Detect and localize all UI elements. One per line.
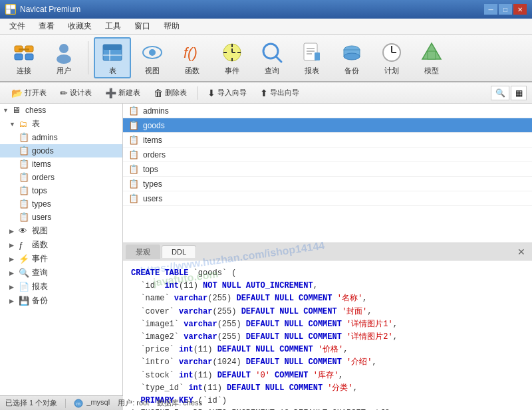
tb2-btn-delete[interactable]: 🗑删除表	[148, 85, 193, 101]
svg-rect-12	[103, 45, 122, 50]
table-list-icon: 📋	[128, 179, 139, 189]
table-icon: 📋	[19, 132, 29, 143]
table-list-item-items[interactable]: 📋items	[123, 133, 532, 148]
tb2-label-open: 打开表	[25, 88, 47, 98]
报表-icon: 📄	[19, 282, 29, 292]
arrow-icon: ▶	[9, 298, 19, 304]
table-icon: 📋	[19, 172, 29, 183]
sidebar-table-goods[interactable]: 📋goods	[0, 144, 122, 157]
toolbar-label-backup: 备份	[344, 66, 359, 76]
arrow-icon: ▶	[9, 256, 19, 262]
table-list-label: admins	[143, 106, 169, 116]
table-list-icon: 📋	[128, 135, 139, 145]
toolbar-label-table: 表	[109, 66, 116, 76]
tb2-btn-import[interactable]: ⬇导入向导	[201, 85, 253, 101]
toolbar-btn-connect[interactable]: 连接	[5, 37, 43, 78]
sidebar-table-tops[interactable]: 📋tops	[0, 184, 122, 197]
sidebar-查询[interactable]: ▶🔍查询	[0, 266, 122, 280]
filter-button[interactable]: ▦	[511, 86, 527, 100]
menu-item-帮助[interactable]: 帮助	[157, 19, 186, 33]
db-info: 数据库: chess	[157, 398, 202, 408]
user-icon	[52, 41, 76, 64]
menu-item-收藏夹[interactable]: 收藏夹	[61, 19, 98, 33]
sidebar-table-types[interactable]: 📋types	[0, 197, 122, 211]
sidebar-table-users[interactable]: 📋users	[0, 211, 122, 224]
table-list-item-users[interactable]: 📋users	[123, 191, 532, 206]
table-list-item-tops[interactable]: 📋tops	[123, 162, 532, 177]
sidebar-视图[interactable]: ▶👁视图	[0, 224, 122, 238]
import-icon: ⬇	[207, 88, 215, 98]
toolbar-label-report: 报表	[305, 66, 319, 76]
connection-label: chess	[25, 106, 46, 115]
report-icon	[300, 41, 324, 64]
menu-item-查看[interactable]: 查看	[32, 19, 61, 33]
toolbar-btn-user[interactable]: 用户	[45, 37, 82, 78]
svg-point-9	[59, 44, 68, 53]
tb2-btn-design[interactable]: ✏设计表	[54, 85, 98, 101]
sidebar-item-label: 视图	[32, 225, 48, 237]
ddl-tabs: 景观 DDL ✕	[123, 243, 532, 260]
toolbar-btn-event[interactable]: 事件	[213, 37, 251, 78]
svg-rect-31	[315, 52, 320, 60]
menu-item-窗口[interactable]: 窗口	[128, 19, 157, 33]
视图-icon: 👁	[19, 226, 29, 237]
open-icon: 📂	[11, 88, 23, 98]
app-title: Navicat Premium	[20, 5, 484, 14]
sidebar-事件[interactable]: ▶⚡事件	[0, 252, 122, 266]
sidebar-table-items[interactable]: 📋items	[0, 157, 122, 171]
tb2-btn-export[interactable]: ⬆导出向导	[254, 85, 305, 101]
toolbar-btn-view[interactable]: 视图	[134, 37, 171, 78]
sidebar-报表[interactable]: ▶📄报表	[0, 280, 122, 294]
toolbar-btn-query[interactable]: 查询	[253, 37, 291, 78]
toolbar-btn-backup[interactable]: 备份	[333, 37, 370, 78]
toolbar-btn-table[interactable]: 表	[94, 37, 131, 78]
design-icon: ✏	[60, 88, 68, 98]
menu-item-文件[interactable]: 文件	[3, 19, 32, 33]
sidebar-备份[interactable]: ▶💾备份	[0, 294, 122, 308]
toolbar-label-query: 查询	[265, 66, 279, 76]
new-icon: ➕	[105, 88, 116, 98]
minimize-button[interactable]: ─	[484, 4, 497, 15]
table-list-item-admins[interactable]: 📋admins	[123, 104, 532, 118]
window-controls: ─ □ ✕	[484, 4, 527, 15]
toolbar-label-view: 视图	[145, 66, 160, 76]
tab-ddl[interactable]: DDL	[162, 245, 196, 258]
menu-item-工具[interactable]: 工具	[98, 19, 128, 33]
tables-folder-icon: 🗂	[19, 119, 29, 130]
sidebar-item-label: 报表	[32, 281, 48, 292]
toolbar-btn-model[interactable]: 模型	[413, 37, 450, 78]
svg-rect-8	[25, 54, 33, 60]
tb2-label-delete: 删除表	[165, 88, 187, 98]
maximize-button[interactable]: □	[499, 4, 512, 15]
tb2-btn-open[interactable]: 📂打开表	[5, 85, 53, 101]
tb2-btn-new[interactable]: ➕新建表	[99, 85, 146, 101]
sidebar-table-admins[interactable]: 📋admins	[0, 131, 122, 144]
ddl-close-button[interactable]: ✕	[513, 247, 529, 257]
content-area: 📋admins📋goods📋items📋orders📋tops📋types📋us…	[123, 104, 532, 395]
table-list-item-goods[interactable]: 📋goods	[123, 118, 532, 133]
tab-view[interactable]: 景观	[126, 245, 160, 259]
svg-text:f(): f()	[184, 45, 198, 61]
close-button[interactable]: ✕	[513, 4, 527, 15]
search-button[interactable]: 🔍	[491, 86, 509, 100]
toolbar-label-event: 事件	[225, 66, 239, 76]
toolbar-btn-report[interactable]: 报表	[293, 37, 331, 78]
table-icon	[100, 41, 124, 64]
table-list-item-orders[interactable]: 📋orders	[123, 148, 532, 162]
table-label: items	[32, 159, 51, 169]
table-icon: 📋	[19, 159, 29, 169]
table-list: 📋admins📋goods📋items📋orders📋tops📋types📋us…	[123, 104, 532, 243]
sidebar-item-label: 备份	[32, 295, 48, 306]
sidebar: ▼🖥chess▼🗂表📋admins📋goods📋items📋orders📋top…	[0, 104, 123, 395]
sidebar-table-orders[interactable]: 📋orders	[0, 171, 122, 184]
sidebar-connection[interactable]: ▼🖥chess	[0, 104, 122, 117]
svg-rect-2	[6, 9, 11, 14]
table-list-item-types[interactable]: 📋types	[123, 177, 532, 191]
sidebar-tables-group[interactable]: ▼🗂表	[0, 117, 122, 131]
sidebar-函数[interactable]: ▶ƒ函数	[0, 238, 122, 252]
toolbar-btn-plan[interactable]: 计划	[373, 37, 410, 78]
toolbar-btn-func[interactable]: f()函数	[174, 37, 211, 78]
table-label: admins	[32, 133, 58, 142]
备份-icon: 💾	[19, 296, 29, 306]
titlebar: Navicat Premium ─ □ ✕	[0, 0, 532, 19]
